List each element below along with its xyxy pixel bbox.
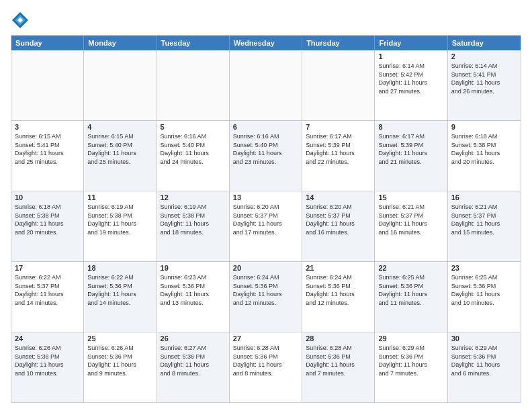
calendar-cell: 9Sunrise: 6:18 AMSunset: 5:38 PMDaylight… (448, 121, 521, 191)
calendar-cell: 11Sunrise: 6:19 AMSunset: 5:38 PMDayligh… (84, 191, 157, 261)
cell-info: Sunrise: 6:27 AMSunset: 5:36 PMDaylight:… (161, 344, 226, 377)
calendar-cell: 29Sunrise: 6:29 AMSunset: 5:36 PMDayligh… (375, 332, 447, 402)
cell-info: Sunrise: 6:23 AMSunset: 5:36 PMDaylight:… (161, 273, 226, 307)
day-number: 5 (161, 123, 226, 131)
calendar-cell: 15Sunrise: 6:21 AMSunset: 5:37 PMDayligh… (375, 191, 447, 261)
calendar-cell: 3Sunrise: 6:15 AMSunset: 5:41 PMDaylight… (11, 121, 84, 191)
day-number: 25 (87, 334, 152, 342)
day-number: 15 (378, 193, 443, 201)
day-number: 9 (451, 123, 517, 131)
cell-info: Sunrise: 6:22 AMSunset: 5:37 PMDaylight:… (15, 273, 80, 307)
day-number: 29 (378, 334, 443, 342)
day-number: 6 (233, 123, 298, 131)
day-number: 13 (233, 193, 298, 201)
day-number: 24 (15, 334, 80, 342)
day-number: 1 (378, 52, 443, 60)
day-number: 18 (87, 264, 152, 272)
day-number: 27 (233, 334, 298, 342)
cell-info: Sunrise: 6:20 AMSunset: 5:37 PMDaylight:… (306, 203, 371, 236)
calendar-cell: 12Sunrise: 6:19 AMSunset: 5:38 PMDayligh… (157, 191, 230, 261)
calendar-cell: 13Sunrise: 6:20 AMSunset: 5:37 PMDayligh… (230, 191, 302, 261)
day-number: 4 (87, 123, 152, 131)
day-number: 7 (306, 123, 371, 131)
day-number: 19 (161, 264, 226, 272)
calendar-cell (84, 50, 157, 120)
cell-info: Sunrise: 6:18 AMSunset: 5:38 PMDaylight:… (15, 203, 80, 236)
cell-info: Sunrise: 6:14 AMSunset: 5:42 PMDaylight:… (378, 62, 443, 95)
calendar-cell (302, 50, 375, 120)
calendar-cell: 19Sunrise: 6:23 AMSunset: 5:36 PMDayligh… (157, 262, 230, 332)
calendar-cell: 7Sunrise: 6:17 AMSunset: 5:39 PMDaylight… (302, 121, 375, 191)
cell-info: Sunrise: 6:28 AMSunset: 5:36 PMDaylight:… (306, 344, 371, 377)
cell-info: Sunrise: 6:28 AMSunset: 5:36 PMDaylight:… (233, 344, 298, 377)
day-number: 20 (233, 264, 298, 272)
cell-info: Sunrise: 6:21 AMSunset: 5:37 PMDaylight:… (378, 203, 443, 236)
calendar-row: 17Sunrise: 6:22 AMSunset: 5:37 PMDayligh… (11, 261, 521, 332)
page: SundayMondayTuesdayWednesdayThursdayFrid… (0, 0, 532, 411)
calendar-cell: 1Sunrise: 6:14 AMSunset: 5:42 PMDaylight… (375, 50, 447, 120)
cell-info: Sunrise: 6:25 AMSunset: 5:36 PMDaylight:… (451, 273, 517, 307)
day-number: 21 (306, 264, 371, 272)
cell-info: Sunrise: 6:19 AMSunset: 5:38 PMDaylight:… (87, 203, 152, 236)
day-number: 2 (451, 52, 517, 60)
calendar-row: 1Sunrise: 6:14 AMSunset: 5:42 PMDaylight… (11, 50, 521, 120)
cell-info: Sunrise: 6:26 AMSunset: 5:36 PMDaylight:… (87, 344, 152, 377)
calendar-day-header: Sunday (11, 36, 84, 50)
calendar: SundayMondayTuesdayWednesdayThursdayFrid… (11, 35, 521, 403)
cell-info: Sunrise: 6:24 AMSunset: 5:36 PMDaylight:… (306, 273, 371, 307)
calendar-cell: 16Sunrise: 6:21 AMSunset: 5:37 PMDayligh… (448, 191, 521, 261)
calendar-cell: 20Sunrise: 6:24 AMSunset: 5:36 PMDayligh… (230, 262, 302, 332)
calendar-cell: 6Sunrise: 6:16 AMSunset: 5:40 PMDaylight… (230, 121, 302, 191)
header (11, 8, 521, 30)
calendar-cell: 4Sunrise: 6:15 AMSunset: 5:40 PMDaylight… (84, 121, 157, 191)
calendar-row: 10Sunrise: 6:18 AMSunset: 5:38 PMDayligh… (11, 191, 521, 261)
calendar-body: 1Sunrise: 6:14 AMSunset: 5:42 PMDaylight… (11, 50, 521, 402)
day-number: 12 (161, 193, 226, 201)
day-number: 26 (161, 334, 226, 342)
cell-info: Sunrise: 6:17 AMSunset: 5:39 PMDaylight:… (306, 132, 371, 166)
calendar-cell: 2Sunrise: 6:14 AMSunset: 5:41 PMDaylight… (448, 50, 521, 120)
cell-info: Sunrise: 6:14 AMSunset: 5:41 PMDaylight:… (451, 62, 517, 95)
cell-info: Sunrise: 6:29 AMSunset: 5:36 PMDaylight:… (378, 344, 443, 377)
calendar-cell (11, 50, 84, 120)
calendar-header: SundayMondayTuesdayWednesdayThursdayFrid… (11, 36, 521, 50)
day-number: 17 (15, 264, 80, 272)
cell-info: Sunrise: 6:20 AMSunset: 5:37 PMDaylight:… (233, 203, 298, 236)
day-number: 28 (306, 334, 371, 342)
calendar-day-header: Saturday (448, 36, 521, 50)
cell-info: Sunrise: 6:22 AMSunset: 5:36 PMDaylight:… (87, 273, 152, 307)
day-number: 10 (15, 193, 80, 201)
logo (11, 11, 32, 30)
cell-info: Sunrise: 6:15 AMSunset: 5:41 PMDaylight:… (15, 132, 80, 166)
cell-info: Sunrise: 6:21 AMSunset: 5:37 PMDaylight:… (451, 203, 517, 236)
calendar-cell: 17Sunrise: 6:22 AMSunset: 5:37 PMDayligh… (11, 262, 84, 332)
calendar-cell: 24Sunrise: 6:26 AMSunset: 5:36 PMDayligh… (11, 332, 84, 402)
calendar-day-header: Monday (84, 36, 157, 50)
cell-info: Sunrise: 6:16 AMSunset: 5:40 PMDaylight:… (233, 132, 298, 166)
calendar-cell: 22Sunrise: 6:25 AMSunset: 5:36 PMDayligh… (375, 262, 447, 332)
calendar-cell (230, 50, 302, 120)
calendar-day-header: Friday (375, 36, 447, 50)
cell-info: Sunrise: 6:17 AMSunset: 5:39 PMDaylight:… (378, 132, 443, 166)
cell-info: Sunrise: 6:24 AMSunset: 5:36 PMDaylight:… (233, 273, 298, 307)
calendar-day-header: Tuesday (157, 36, 230, 50)
day-number: 3 (15, 123, 80, 131)
calendar-cell (157, 50, 230, 120)
cell-info: Sunrise: 6:29 AMSunset: 5:36 PMDaylight:… (451, 344, 517, 377)
cell-info: Sunrise: 6:26 AMSunset: 5:36 PMDaylight:… (15, 344, 80, 377)
day-number: 30 (451, 334, 517, 342)
calendar-cell: 10Sunrise: 6:18 AMSunset: 5:38 PMDayligh… (11, 191, 84, 261)
day-number: 14 (306, 193, 371, 201)
calendar-cell: 5Sunrise: 6:16 AMSunset: 5:40 PMDaylight… (157, 121, 230, 191)
calendar-cell: 23Sunrise: 6:25 AMSunset: 5:36 PMDayligh… (448, 262, 521, 332)
calendar-cell: 21Sunrise: 6:24 AMSunset: 5:36 PMDayligh… (302, 262, 375, 332)
calendar-day-header: Wednesday (230, 36, 302, 50)
calendar-row: 3Sunrise: 6:15 AMSunset: 5:41 PMDaylight… (11, 120, 521, 191)
day-number: 16 (451, 193, 517, 201)
calendar-cell: 14Sunrise: 6:20 AMSunset: 5:37 PMDayligh… (302, 191, 375, 261)
calendar-cell: 25Sunrise: 6:26 AMSunset: 5:36 PMDayligh… (84, 332, 157, 402)
calendar-cell: 28Sunrise: 6:28 AMSunset: 5:36 PMDayligh… (302, 332, 375, 402)
calendar-cell: 30Sunrise: 6:29 AMSunset: 5:36 PMDayligh… (448, 332, 521, 402)
cell-info: Sunrise: 6:25 AMSunset: 5:36 PMDaylight:… (378, 273, 443, 307)
calendar-cell: 8Sunrise: 6:17 AMSunset: 5:39 PMDaylight… (375, 121, 447, 191)
